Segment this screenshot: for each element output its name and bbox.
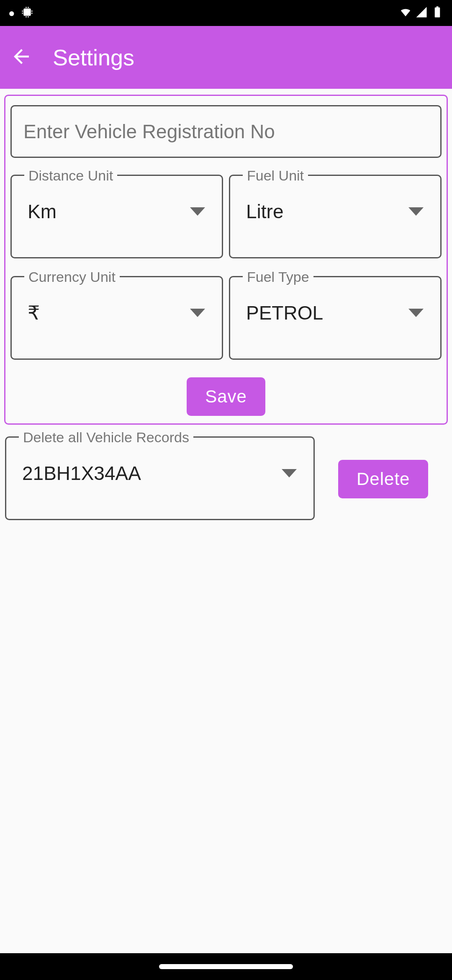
select-row-1: Distance Unit Km Fuel Unit Litre	[10, 175, 442, 258]
currency-unit-select[interactable]: Currency Unit ₹	[10, 276, 223, 360]
chip-icon	[21, 6, 33, 20]
notification-dot-icon: ●	[8, 8, 15, 18]
distance-unit-label: Distance Unit	[24, 168, 117, 184]
nav-bar	[0, 953, 452, 980]
fuel-unit-select[interactable]: Fuel Unit Litre	[229, 175, 442, 258]
save-button[interactable]: Save	[187, 377, 265, 416]
chevron-down-icon	[190, 207, 205, 216]
svg-rect-3	[31, 10, 33, 12]
svg-rect-4	[31, 13, 33, 14]
svg-rect-5	[26, 7, 27, 8]
delete-button-wrap: Delete	[338, 436, 428, 498]
svg-rect-9	[435, 8, 440, 18]
settings-card: Enter Vehicle Registration No Distance U…	[4, 95, 448, 425]
delete-button[interactable]: Delete	[338, 460, 428, 498]
save-row: Save	[10, 377, 442, 416]
page-title: Settings	[53, 44, 134, 70]
fuel-unit-label: Fuel Unit	[243, 168, 308, 184]
content-area: Enter Vehicle Registration No Distance U…	[0, 89, 452, 953]
svg-rect-8	[28, 16, 29, 18]
chevron-down-icon	[190, 309, 205, 317]
currency-unit-label: Currency Unit	[24, 269, 120, 285]
signal-icon	[415, 6, 428, 20]
chevron-down-icon	[408, 309, 424, 317]
status-right	[399, 6, 444, 20]
app-bar: Settings	[0, 26, 452, 89]
fuel-type-label: Fuel Type	[243, 269, 313, 285]
vehicle-reg-input[interactable]: Enter Vehicle Registration No	[10, 105, 442, 158]
chevron-down-icon	[408, 207, 424, 216]
wifi-icon	[399, 6, 412, 20]
svg-rect-7	[26, 16, 27, 18]
fuel-unit-value: Litre	[246, 200, 283, 223]
delete-section: Delete all Vehicle Records 21BH1X34AA De…	[4, 436, 448, 520]
fuel-type-select[interactable]: Fuel Type PETROL	[229, 276, 442, 360]
back-arrow-icon[interactable]	[10, 45, 33, 70]
status-left: ●	[8, 6, 33, 20]
distance-unit-value: Km	[28, 200, 56, 223]
vehicle-reg-placeholder: Enter Vehicle Registration No	[23, 120, 275, 143]
distance-unit-select[interactable]: Distance Unit Km	[10, 175, 223, 258]
svg-rect-2	[22, 13, 23, 14]
battery-icon	[431, 6, 444, 20]
svg-rect-1	[22, 10, 23, 12]
svg-rect-6	[28, 7, 29, 8]
currency-unit-value: ₹	[28, 302, 40, 324]
fuel-type-value: PETROL	[246, 302, 323, 324]
status-bar: ●	[0, 0, 452, 26]
svg-rect-10	[437, 6, 439, 8]
select-row-2: Currency Unit ₹ Fuel Type PETROL	[10, 276, 442, 360]
nav-handle[interactable]	[159, 964, 293, 969]
delete-vehicle-value: 21BH1X34AA	[22, 462, 141, 485]
chevron-down-icon	[282, 469, 297, 477]
delete-vehicle-label: Delete all Vehicle Records	[19, 429, 193, 446]
delete-vehicle-select[interactable]: Delete all Vehicle Records 21BH1X34AA	[5, 436, 315, 520]
svg-rect-0	[23, 8, 31, 16]
